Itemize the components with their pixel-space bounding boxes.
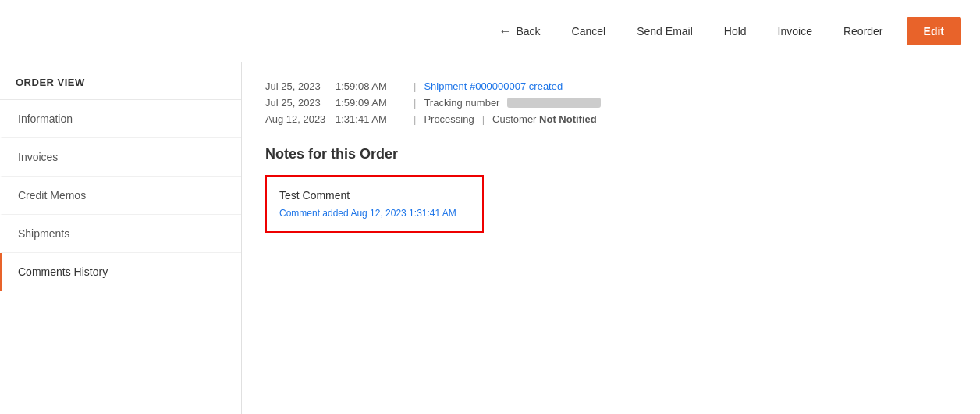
log-date-3: Aug 12, 2023	[265, 113, 328, 125]
edit-button[interactable]: Edit	[907, 17, 961, 45]
comment-box: Test Comment Comment added Aug 12, 2023 …	[265, 175, 484, 233]
sidebar-item-information[interactable]: Information	[0, 100, 241, 138]
sidebar-item-credit-memos[interactable]: Credit Memos	[0, 177, 241, 215]
log-sep-3: |	[414, 113, 416, 125]
log-sep-4: |	[482, 113, 485, 125]
sidebar-item-shipments[interactable]: Shipments	[0, 215, 241, 253]
send-email-button[interactable]: Send Email	[629, 20, 701, 42]
log-entries: Jul 25, 2023 1:59:08 AM | Shipment #0000…	[265, 78, 957, 127]
main-content: Jul 25, 2023 1:59:08 AM | Shipment #0000…	[242, 62, 980, 414]
content-area: ORDER VIEW Information Invoices Credit M…	[0, 62, 980, 414]
log-date-1: Jul 25, 2023	[265, 80, 328, 92]
invoice-button[interactable]: Invoice	[770, 20, 820, 42]
log-status-label: Processing	[424, 113, 474, 125]
sidebar-title: ORDER VIEW	[0, 62, 241, 100]
log-entry-processing: Aug 12, 2023 1:31:41 AM | Processing | C…	[265, 111, 957, 127]
log-tracking-blurred	[507, 98, 601, 108]
notes-section-title: Notes for this Order	[265, 146, 957, 162]
comment-text: Test Comment	[279, 189, 470, 202]
log-time-2: 1:59:09 AM	[336, 97, 406, 109]
hold-button[interactable]: Hold	[716, 20, 755, 42]
sidebar-item-comments-history[interactable]: Comments History	[0, 253, 241, 291]
log-entry-shipment: Jul 25, 2023 1:59:08 AM | Shipment #0000…	[265, 78, 957, 95]
log-time-3: 1:31:41 AM	[336, 113, 406, 125]
sidebar-item-invoices[interactable]: Invoices	[0, 138, 241, 177]
log-entry-tracking: Jul 25, 2023 1:59:09 AM | Tracking numbe…	[265, 95, 957, 111]
log-customer-label: Customer Not Notified	[492, 113, 597, 125]
back-arrow-icon: ←	[499, 24, 511, 38]
log-desc-1: Shipment #000000007 created	[424, 80, 563, 92]
log-sep-1: |	[414, 80, 416, 92]
comment-meta: Comment added Aug 12, 2023 1:31:41 AM	[279, 208, 470, 219]
log-tracking-label: Tracking number	[424, 97, 499, 109]
log-time-1: 1:59:08 AM	[336, 80, 406, 92]
top-toolbar: ← Back Cancel Send Email Hold Invoice Re…	[0, 0, 980, 62]
log-customer-status: Not Notified	[539, 113, 597, 125]
sidebar: ORDER VIEW Information Invoices Credit M…	[0, 62, 242, 414]
back-button[interactable]: ← Back	[491, 20, 548, 43]
log-date-2: Jul 25, 2023	[265, 97, 328, 109]
reorder-button[interactable]: Reorder	[836, 20, 891, 42]
log-sep-2: |	[414, 97, 416, 109]
cancel-button[interactable]: Cancel	[564, 20, 614, 42]
